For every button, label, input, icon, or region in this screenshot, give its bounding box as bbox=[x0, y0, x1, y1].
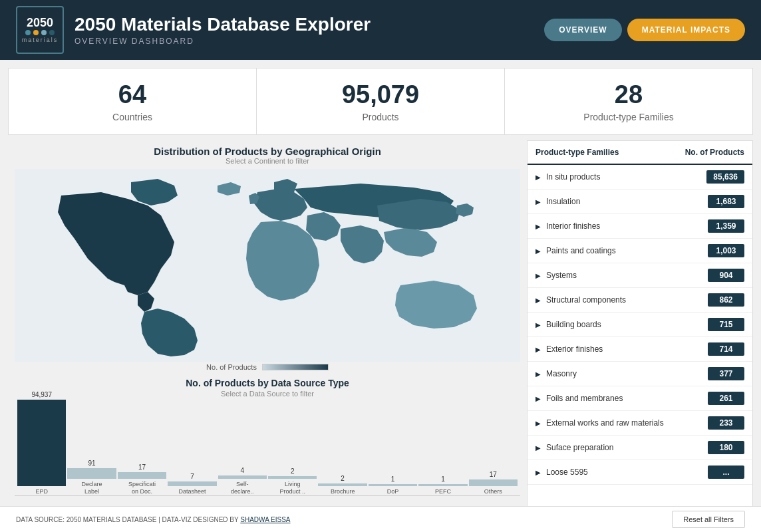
bar-selfdeclare-rect bbox=[218, 475, 267, 479]
bar-chart: 94,937 EPD 91 DeclareLabel 17 Specificat… bbox=[15, 403, 520, 496]
bar-dop-rect bbox=[369, 484, 417, 486]
row-arrow-masonry: ▶ bbox=[535, 370, 541, 378]
row-count-surface: 180 bbox=[708, 441, 744, 454]
logo-dot-1 bbox=[25, 30, 31, 35]
bar-datasheet[interactable]: 7 Datasheet bbox=[168, 473, 216, 495]
table-row-insitu[interactable]: ▶ In situ products 85,636 bbox=[528, 165, 752, 190]
row-count-insulation: 1,683 bbox=[708, 195, 744, 208]
table-row-masonry[interactable]: ▶ Masonry 377 bbox=[528, 362, 752, 386]
logo-dots bbox=[25, 30, 55, 35]
stat-families: 28 Product-type Families bbox=[505, 68, 752, 134]
row-arrow-exterior: ▶ bbox=[535, 346, 541, 353]
bar-declare-label: DeclareLabel bbox=[82, 481, 102, 495]
table-row-interior[interactable]: ▶ Interior finishes 1,359 bbox=[528, 214, 752, 239]
logo-text: materials bbox=[22, 37, 59, 43]
footer-text: DATA SOURCE: 2050 MATERIALS DATABASE | D… bbox=[16, 516, 291, 523]
table-row-systems[interactable]: ▶ Systems 904 bbox=[528, 263, 752, 288]
header-left: 2050 materials 2050 Materials Database E… bbox=[16, 6, 371, 54]
row-name-external: External works and raw materials bbox=[546, 418, 664, 428]
row-arrow-insitu: ▶ bbox=[535, 174, 541, 181]
bar-datasheet-value: 7 bbox=[190, 473, 194, 480]
impacts-button[interactable]: MATERIAL IMPACTS bbox=[627, 19, 745, 41]
row-count-building-boards: 715 bbox=[708, 318, 744, 331]
table-row-exterior[interactable]: ▶ Exterior finishes 714 bbox=[528, 337, 752, 362]
logo-year: 2050 bbox=[27, 17, 53, 29]
map-title: Distribution of Products by Geographical… bbox=[8, 146, 527, 157]
stats-row: 64 Countries 95,079 Products 28 Product-… bbox=[8, 68, 753, 135]
bar-declare[interactable]: 91 DeclareLabel bbox=[67, 460, 116, 495]
legend-gradient bbox=[262, 364, 329, 370]
table-row-loose[interactable]: ▶ Loose 5595 ... bbox=[528, 460, 752, 485]
bar-epd-value: 94,937 bbox=[31, 391, 52, 398]
table-row-systems-left: ▶ Systems bbox=[535, 271, 577, 280]
bar-others-rect bbox=[469, 479, 518, 486]
table-row-paints-left: ▶ Paints and coatings bbox=[535, 246, 616, 255]
row-arrow-structural: ▶ bbox=[535, 297, 541, 304]
col-products-header: No. of Products bbox=[685, 148, 744, 157]
bar-pefc[interactable]: 1 PEFC bbox=[418, 475, 467, 495]
bar-epd[interactable]: 94,937 EPD bbox=[17, 391, 66, 495]
bar-spec-rect bbox=[118, 472, 166, 479]
bar-subtitle: Select a Data Source to filter bbox=[15, 390, 520, 398]
table-row-insitu-left: ▶ In situ products bbox=[535, 172, 600, 182]
table-row-foils[interactable]: ▶ Foils and membranes 261 bbox=[528, 386, 752, 411]
bar-brochure-value: 2 bbox=[341, 475, 345, 482]
bar-dop-value: 1 bbox=[391, 475, 395, 483]
table-row-paints[interactable]: ▶ Paints and coatings 1,003 bbox=[528, 239, 752, 263]
right-panel: Product-type Families No. of Products ▶ … bbox=[527, 140, 753, 515]
row-count-masonry: 377 bbox=[708, 367, 744, 380]
footer-designer-link[interactable]: SHADWA EISSA bbox=[240, 516, 290, 523]
title-group: 2050 Materials Database Explorer OVERVIE… bbox=[75, 14, 371, 46]
table-row-exterior-left: ▶ Exterior finishes bbox=[535, 344, 603, 354]
overview-button[interactable]: OVERVIEW bbox=[544, 19, 621, 41]
row-arrow-insulation: ▶ bbox=[535, 198, 541, 205]
map-subtitle: Select a Continent to filter bbox=[8, 157, 527, 165]
bar-selfdeclare[interactable]: 4 Self-declare.. bbox=[218, 467, 267, 495]
header: 2050 materials 2050 Materials Database E… bbox=[0, 0, 761, 60]
row-arrow-systems: ▶ bbox=[535, 272, 541, 279]
table-row-insulation[interactable]: ▶ Insulation 1,683 bbox=[528, 190, 752, 214]
bar-others-value: 17 bbox=[490, 471, 497, 478]
row-name-masonry: Masonry bbox=[546, 369, 577, 378]
bar-declare-value: 91 bbox=[88, 460, 96, 467]
row-name-insulation: Insulation bbox=[546, 197, 580, 206]
bar-living[interactable]: 2 LivingProduct .. bbox=[268, 467, 317, 495]
row-arrow-surface: ▶ bbox=[535, 444, 541, 452]
table-row-external[interactable]: ▶ External works and raw materials 233 bbox=[528, 411, 752, 436]
row-name-systems: Systems bbox=[546, 271, 577, 280]
row-count-exterior: 714 bbox=[708, 342, 744, 356]
table-row-structural[interactable]: ▶ Structural components 862 bbox=[528, 288, 752, 313]
bar-others[interactable]: 17 Others bbox=[469, 471, 518, 495]
col-family-header: Product-type Families bbox=[535, 148, 619, 157]
bar-living-rect bbox=[268, 476, 317, 479]
row-count-insitu: 85,636 bbox=[706, 170, 744, 184]
table-row-structural-left: ▶ Structural components bbox=[535, 295, 626, 305]
row-count-foils: 261 bbox=[708, 392, 744, 405]
bar-pefc-value: 1 bbox=[441, 475, 445, 483]
reset-filters-button[interactable]: Reset all Filters bbox=[672, 511, 745, 528]
stat-countries-label: Countries bbox=[15, 112, 249, 122]
row-name-surface: Suface preparation bbox=[546, 443, 613, 452]
app-title: 2050 Materials Database Explorer bbox=[75, 14, 371, 35]
bar-living-label: LivingProduct .. bbox=[279, 481, 305, 495]
bar-dop[interactable]: 1 DoP bbox=[369, 475, 417, 495]
row-name-loose: Loose 5595 bbox=[546, 467, 588, 477]
bar-title: No. of Products by Data Source Type bbox=[15, 378, 520, 388]
row-arrow-paints: ▶ bbox=[535, 247, 541, 255]
stat-products: 95,079 Products bbox=[257, 68, 505, 134]
bar-pefc-rect bbox=[418, 484, 467, 486]
bar-brochure[interactable]: 2 Brochure bbox=[318, 475, 367, 495]
row-count-paints: 1,003 bbox=[708, 244, 744, 257]
stat-countries-number: 64 bbox=[15, 80, 249, 109]
table-row-building-boards[interactable]: ▶ Building boards 715 bbox=[528, 313, 752, 337]
app-subtitle: OVERVIEW DASHBOARD bbox=[75, 37, 371, 46]
row-count-structural: 862 bbox=[708, 293, 744, 307]
map-legend: No. of Products bbox=[8, 363, 527, 371]
logo: 2050 materials bbox=[16, 6, 64, 54]
footer-source: DATA SOURCE: 2050 MATERIALS DATABASE | D… bbox=[16, 516, 239, 523]
row-arrow-foils: ▶ bbox=[535, 395, 541, 402]
table-row-surface[interactable]: ▶ Suface preparation 180 bbox=[528, 436, 752, 460]
bar-spec[interactable]: 17 Specification Doc. bbox=[118, 464, 166, 495]
world-map[interactable] bbox=[8, 169, 527, 362]
row-count-loose: ... bbox=[708, 466, 744, 479]
